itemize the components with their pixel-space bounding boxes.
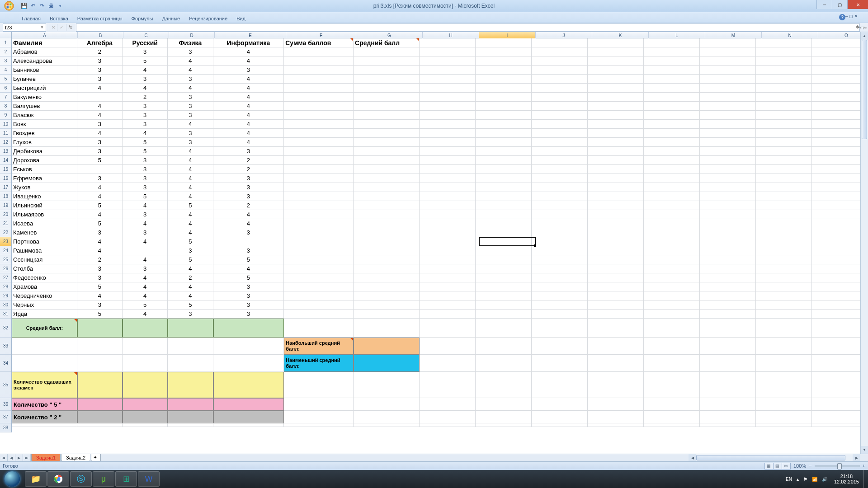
cell[interactable] xyxy=(284,84,354,93)
cell[interactable] xyxy=(476,129,532,138)
cell[interactable] xyxy=(354,423,420,427)
cell[interactable] xyxy=(700,192,756,201)
cell[interactable] xyxy=(354,165,420,174)
cell[interactable]: 5 xyxy=(123,56,168,66)
cell[interactable] xyxy=(644,192,700,201)
name-box[interactable]: I23▼ xyxy=(3,23,46,32)
cell[interactable] xyxy=(284,183,354,192)
cell[interactable] xyxy=(812,411,868,423)
cell[interactable]: 4 xyxy=(213,219,284,228)
cell[interactable]: 3 xyxy=(168,129,213,138)
cell[interactable] xyxy=(354,84,420,93)
cell[interactable] xyxy=(700,372,756,398)
cell[interactable] xyxy=(812,372,868,398)
cell[interactable] xyxy=(700,201,756,210)
help-icon[interactable]: ? xyxy=(839,14,845,20)
cell[interactable] xyxy=(644,120,700,129)
cell[interactable]: 4 xyxy=(168,174,213,183)
cell[interactable] xyxy=(756,93,812,102)
cell[interactable] xyxy=(354,192,420,201)
cell[interactable] xyxy=(354,147,420,156)
tray-network-icon[interactable]: 📶 xyxy=(810,477,820,482)
cell[interactable] xyxy=(700,282,756,291)
cell[interactable] xyxy=(644,183,700,192)
cell[interactable] xyxy=(420,56,476,66)
cell[interactable]: 3 xyxy=(77,228,123,237)
cell[interactable] xyxy=(812,38,868,47)
cell[interactable]: Иващенко xyxy=(12,192,77,201)
cell[interactable] xyxy=(532,111,588,120)
cell[interactable] xyxy=(812,192,868,201)
cell[interactable]: 5 xyxy=(123,300,168,310)
cell[interactable] xyxy=(644,56,700,66)
cell[interactable]: 3 xyxy=(213,246,284,255)
cell[interactable] xyxy=(588,102,644,111)
tab-data[interactable]: Данные xyxy=(157,14,184,23)
zoom-out-icon[interactable]: − xyxy=(809,463,811,469)
cell[interactable]: Быстрицкий xyxy=(12,84,77,93)
cell[interactable] xyxy=(644,156,700,165)
cell[interactable] xyxy=(168,411,213,423)
col-header-F[interactable]: F xyxy=(286,32,356,38)
cell[interactable] xyxy=(284,66,354,75)
cell[interactable] xyxy=(420,291,476,300)
cell[interactable] xyxy=(476,319,532,338)
cell[interactable]: 2 xyxy=(213,156,284,165)
accept-formula-icon[interactable]: ✓ xyxy=(57,24,65,31)
cell[interactable]: 3 xyxy=(123,183,168,192)
row-header-20[interactable]: 20 xyxy=(0,210,11,219)
cell[interactable] xyxy=(532,291,588,300)
cell[interactable] xyxy=(700,423,756,427)
cell[interactable] xyxy=(700,183,756,192)
cell[interactable] xyxy=(756,111,812,120)
cell[interactable] xyxy=(284,47,354,56)
taskbar-chrome[interactable] xyxy=(47,471,69,487)
cell[interactable] xyxy=(476,192,532,201)
cell[interactable] xyxy=(588,129,644,138)
cell[interactable] xyxy=(812,111,868,120)
cell[interactable] xyxy=(476,174,532,183)
cell[interactable]: Глухов xyxy=(12,138,77,147)
cell[interactable] xyxy=(588,192,644,201)
cell[interactable] xyxy=(354,47,420,56)
cell[interactable] xyxy=(213,372,284,398)
cell[interactable] xyxy=(756,138,812,147)
row-header-26[interactable]: 26 xyxy=(0,264,11,273)
cell[interactable] xyxy=(420,93,476,102)
cell[interactable] xyxy=(284,372,354,398)
cell[interactable] xyxy=(354,338,420,355)
cell[interactable] xyxy=(812,147,868,156)
cell[interactable]: 4 xyxy=(213,56,284,66)
cell[interactable] xyxy=(532,138,588,147)
cell[interactable]: 3 xyxy=(168,102,213,111)
cell[interactable] xyxy=(644,84,700,93)
cell[interactable]: 3 xyxy=(77,120,123,129)
tab-nav-next-icon[interactable]: ▶ xyxy=(15,454,23,461)
row-header-31[interactable]: 31 xyxy=(0,310,11,319)
cell[interactable] xyxy=(756,282,812,291)
cell[interactable] xyxy=(168,372,213,398)
row-header-34[interactable]: 34 xyxy=(0,355,11,372)
cell[interactable] xyxy=(284,129,354,138)
cell[interactable] xyxy=(756,47,812,56)
cell[interactable] xyxy=(700,219,756,228)
cell[interactable] xyxy=(532,237,588,246)
cell[interactable] xyxy=(284,210,354,219)
cell[interactable]: 5 xyxy=(77,219,123,228)
cell[interactable] xyxy=(588,255,644,264)
cell[interactable] xyxy=(476,75,532,84)
cell[interactable] xyxy=(700,56,756,66)
cell[interactable] xyxy=(812,102,868,111)
row-header-15[interactable]: 15 xyxy=(0,165,11,174)
cell[interactable] xyxy=(700,138,756,147)
cell[interactable] xyxy=(756,338,812,355)
cell[interactable] xyxy=(588,165,644,174)
cell[interactable] xyxy=(644,398,700,411)
cell[interactable] xyxy=(644,228,700,237)
cell[interactable] xyxy=(420,264,476,273)
cell[interactable] xyxy=(812,282,868,291)
cell[interactable] xyxy=(354,273,420,282)
cell[interactable]: 4 xyxy=(213,47,284,56)
cell[interactable] xyxy=(77,93,123,102)
cell[interactable] xyxy=(123,246,168,255)
